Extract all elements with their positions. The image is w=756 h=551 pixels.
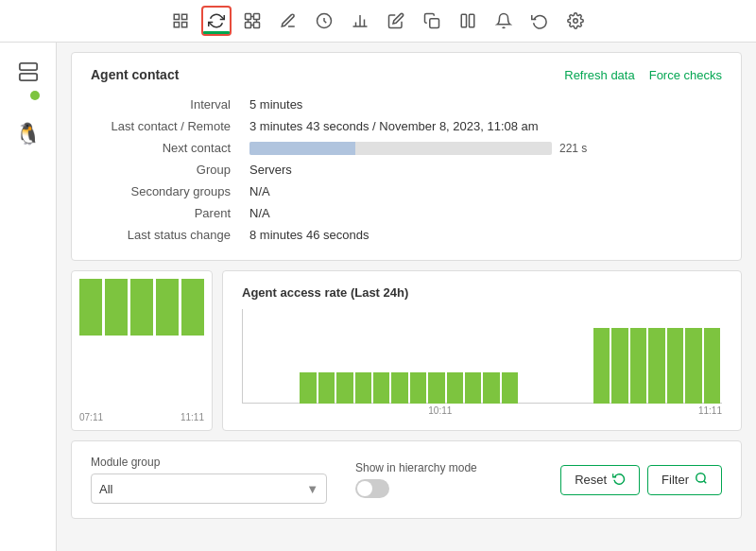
network-icon[interactable] — [237, 6, 267, 36]
chart-title: Agent access rate (Last 24h) — [242, 285, 722, 300]
linux-sidebar-icon[interactable]: 🐧 — [9, 119, 47, 149]
chart-bar — [502, 372, 518, 404]
agent-contact-title: Agent contact — [91, 67, 179, 82]
svg-rect-0 — [174, 14, 179, 19]
table-row: Parent N/A — [91, 202, 722, 224]
toggle-knob — [357, 481, 372, 496]
svg-rect-3 — [182, 23, 187, 27]
action-buttons: Reset Filter — [560, 465, 722, 495]
charts-row: 07:11 11:11 Agent access rate (Last 24h)… — [71, 270, 742, 431]
chart-bar — [593, 328, 610, 404]
pen-icon[interactable] — [273, 6, 303, 36]
chart-bar — [447, 372, 463, 404]
refresh-data-link[interactable]: Refresh data — [564, 68, 634, 82]
table-row: Secondary groups N/A — [91, 181, 722, 202]
label-secondary-groups: Secondary groups — [91, 181, 242, 202]
undo-icon[interactable] — [524, 6, 555, 36]
mini-bar — [156, 279, 179, 336]
gear-icon[interactable] — [560, 6, 591, 36]
chart-bar — [355, 372, 371, 404]
x-label-right: 11:11 — [698, 405, 722, 416]
chart-bar — [373, 372, 389, 404]
mini-chart-labels: 07:11 11:11 — [79, 412, 204, 422]
module-group-filter: Module group All ▼ — [91, 456, 327, 504]
progress-label: 221 s — [559, 142, 587, 155]
chart-bars — [243, 309, 722, 404]
refresh-icon[interactable] — [201, 6, 232, 36]
value-parent: N/A — [242, 202, 722, 224]
label-parent: Parent — [91, 202, 242, 224]
info-table: Interval 5 minutes Last contact / Remote… — [91, 94, 722, 246]
mini-chart-panel: 07:11 11:11 — [71, 270, 213, 431]
module-group-select[interactable]: All ▼ — [91, 474, 327, 504]
svg-rect-7 — [254, 23, 260, 28]
sidebar: 🐧 — [0, 43, 57, 551]
card-header: Agent contact Refresh data Force checks — [91, 67, 722, 82]
reset-button[interactable]: Reset — [560, 465, 640, 495]
module-group-label: Module group — [91, 456, 327, 469]
list-icon[interactable] — [165, 6, 196, 36]
svg-rect-2 — [174, 23, 179, 27]
chart-area — [242, 309, 722, 404]
value-next-contact: 221 s — [242, 137, 722, 159]
chart-bar — [428, 372, 444, 404]
bar-chart-icon[interactable] — [345, 6, 375, 36]
mini-label-right: 11:11 — [180, 412, 204, 422]
mini-bar — [181, 279, 204, 336]
chart-bar — [685, 328, 701, 404]
chart-bar — [483, 372, 499, 404]
value-interval: 5 minutes — [242, 94, 722, 115]
card-actions: Refresh data Force checks — [564, 68, 722, 82]
progress-bar — [249, 142, 552, 155]
mini-chart-bars — [79, 279, 204, 336]
mini-label-left: 07:11 — [79, 412, 103, 422]
mini-bar — [79, 279, 102, 336]
chart-bar — [318, 372, 335, 404]
chart-bar — [300, 372, 316, 404]
chart-inner: 10:11 11:11 — [242, 309, 722, 416]
copy-icon[interactable] — [417, 6, 447, 36]
svg-point-25 — [696, 474, 705, 482]
reset-label: Reset — [575, 473, 607, 487]
value-last-status: 8 minutes 46 seconds — [242, 224, 722, 246]
content-area: Agent contact Refresh data Force checks … — [57, 43, 756, 551]
svg-rect-22 — [19, 74, 36, 80]
mini-bar — [105, 279, 128, 336]
bell-icon[interactable] — [489, 6, 519, 36]
svg-rect-6 — [246, 23, 251, 28]
table-row: Last contact / Remote 3 minutes 43 secon… — [91, 115, 722, 137]
chart-bar — [667, 328, 683, 404]
svg-rect-5 — [254, 14, 260, 20]
split-icon[interactable] — [453, 6, 483, 36]
chart-bar — [336, 372, 352, 404]
svg-rect-21 — [19, 63, 36, 70]
svg-rect-18 — [461, 14, 466, 27]
edit2-icon[interactable] — [381, 6, 411, 36]
chart-x-labels: 10:11 11:11 — [270, 404, 722, 416]
top-toolbar — [0, 0, 756, 43]
svg-line-26 — [704, 481, 707, 484]
chevron-down-icon: ▼ — [306, 482, 318, 496]
table-row: Last status change 8 minutes 46 seconds — [91, 224, 722, 246]
table-row: Next contact 221 s — [91, 137, 722, 159]
filter-button[interactable]: Filter — [647, 465, 722, 495]
agent-contact-card: Agent contact Refresh data Force checks … — [71, 52, 742, 261]
green-dot-icon — [30, 91, 40, 100]
svg-rect-19 — [470, 14, 474, 27]
chart-bar — [410, 372, 426, 404]
select-value: All — [99, 482, 112, 496]
label-group: Group — [91, 159, 242, 181]
chart-bar — [648, 328, 664, 404]
svg-rect-1 — [182, 14, 187, 19]
hierarchy-label: Show in hierarchy mode — [355, 461, 477, 474]
disk-icon[interactable] — [309, 6, 339, 36]
force-checks-link[interactable]: Force checks — [649, 68, 722, 82]
label-last-status: Last status change — [91, 224, 242, 246]
server-sidebar-icon[interactable] — [9, 57, 47, 87]
access-rate-card: Agent access rate (Last 24h) 3.0 2.0 1.0… — [222, 270, 742, 431]
progress-container: 221 s — [249, 142, 714, 155]
hierarchy-toggle[interactable] — [355, 479, 389, 498]
chart-bar — [630, 328, 646, 404]
chart-container: 3.0 2.0 1.0 0 10:11 11:11 — [242, 309, 722, 416]
table-row: Interval 5 minutes — [91, 94, 722, 115]
